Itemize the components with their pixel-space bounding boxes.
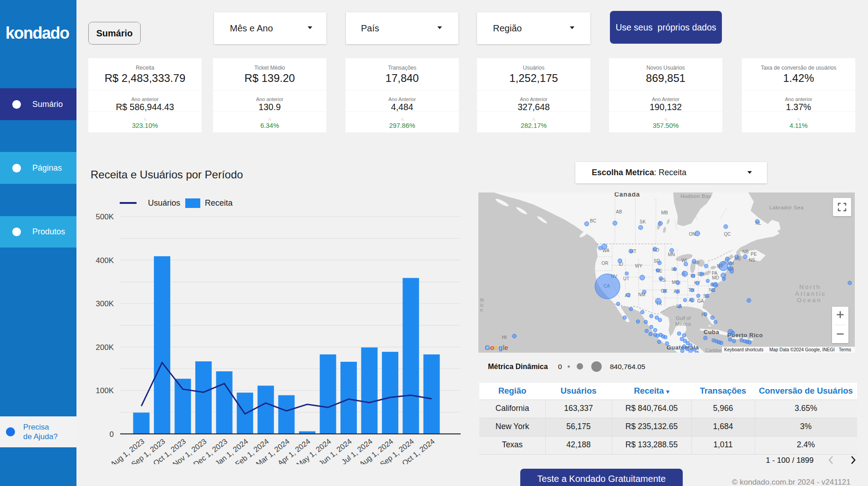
- svg-text:Gulf of: Gulf of: [676, 315, 691, 321]
- svg-text:0: 0: [110, 430, 114, 439]
- svg-text:QC: QC: [724, 232, 731, 237]
- svg-text:ic: ic: [480, 303, 483, 308]
- svg-text:Cuba: Cuba: [704, 329, 720, 335]
- svg-text:Ocean: Ocean: [797, 297, 822, 304]
- svg-text:n: n: [480, 308, 483, 313]
- svg-text:PE: PE: [751, 252, 757, 257]
- svg-text:500K: 500K: [96, 213, 114, 221]
- svg-text:NB: NB: [742, 249, 749, 254]
- svg-text:UT: UT: [623, 276, 629, 281]
- svg-text:Canada: Canada: [614, 192, 640, 198]
- svg-text:AB: AB: [616, 209, 622, 214]
- svg-text:Hudson Bay: Hudson Bay: [680, 193, 711, 199]
- svg-text:Caribbea: Caribbea: [706, 348, 724, 353]
- svg-text:GA: GA: [697, 299, 704, 304]
- svg-text:100K: 100K: [96, 386, 114, 395]
- svg-text:300K: 300K: [96, 299, 114, 308]
- svg-text:WY: WY: [635, 263, 642, 268]
- svg-text:NS: NS: [749, 258, 755, 263]
- svg-text:Mexico: Mexico: [675, 321, 691, 327]
- svg-text:200K: 200K: [96, 343, 114, 352]
- svg-text:MB: MB: [661, 210, 668, 215]
- svg-text:HI: HI: [502, 335, 507, 340]
- svg-text:OR: OR: [602, 261, 609, 266]
- svg-text:SK: SK: [640, 219, 646, 224]
- svg-text:Labrador Sea: Labrador Sea: [769, 205, 804, 210]
- svg-text:MN: MN: [668, 252, 675, 257]
- svg-text:North: North: [799, 284, 821, 290]
- svg-text:th: th: [480, 298, 484, 303]
- svg-text:Atlantic: Atlantic: [795, 290, 826, 297]
- svg-text:MD: MD: [712, 275, 719, 280]
- svg-text:BC: BC: [590, 218, 596, 223]
- svg-text:400K: 400K: [96, 256, 114, 265]
